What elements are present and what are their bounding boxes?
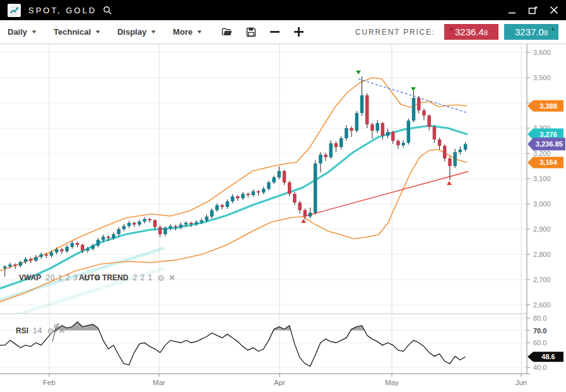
- axis-badge: 3,236.85: [528, 138, 565, 150]
- down-arrow-icon: ▼: [449, 27, 454, 32]
- candle: [417, 98, 421, 110]
- indicator-auto-trend[interactable]: AUTO TREND 2 2 1 ⚙ ✕: [79, 273, 175, 282]
- candle: [412, 98, 416, 121]
- candle: [19, 262, 22, 266]
- menu-daily[interactable]: Daily ▼: [8, 27, 37, 37]
- chevron-down-icon: ▼: [196, 29, 203, 35]
- candle: [422, 110, 426, 116]
- candle: [81, 245, 85, 251]
- bid-price-value: 3236.4: [455, 27, 484, 37]
- gear-icon[interactable]: ⚙: [157, 274, 165, 282]
- candle: [365, 95, 369, 124]
- candle: [252, 191, 256, 195]
- candle: [205, 217, 209, 220]
- svg-text:3,388: 3,388: [539, 102, 557, 110]
- candle: [138, 222, 141, 225]
- minimize-button[interactable]: [508, 6, 516, 15]
- close-button[interactable]: [550, 6, 558, 15]
- candle: [427, 116, 431, 127]
- candle: [220, 205, 224, 207]
- zoom-out-minus-icon[interactable]: [269, 27, 280, 37]
- vwap-label: VWAP: [19, 273, 41, 282]
- candle: [433, 127, 437, 140]
- candle: [55, 249, 59, 252]
- candle: [391, 132, 395, 141]
- save-icon[interactable]: [246, 27, 256, 37]
- menu-daily-label: Daily: [8, 27, 27, 37]
- candle: [107, 237, 110, 238]
- trading-app-window: SPOT, GOLD: [0, 0, 566, 392]
- up-arrow-icon: ▲: [550, 26, 555, 32]
- buy-signal-arrow: [301, 219, 306, 223]
- candle: [189, 223, 193, 224]
- rsi-tick-label: 70.0: [533, 327, 546, 335]
- window-controls: [508, 6, 558, 15]
- ask-price-frac: 8: [544, 29, 548, 37]
- month-label: Jun: [516, 379, 528, 386]
- sell-signal-arrow: [411, 87, 416, 91]
- search-icon[interactable]: [103, 6, 112, 15]
- month-label: Apr: [274, 379, 285, 386]
- indicator-rsi[interactable]: RSI 14 ⚙ ✕: [16, 326, 65, 335]
- candle: [71, 243, 74, 247]
- chevron-down-icon: ▼: [150, 29, 157, 35]
- month-label: Mar: [153, 379, 165, 386]
- candle: [350, 128, 353, 131]
- popout-button[interactable]: [528, 6, 538, 15]
- candle: [370, 124, 374, 131]
- candles: [3, 76, 467, 276]
- candle: [184, 223, 188, 225]
- candle: [329, 143, 333, 157]
- axis-badge: 3,164: [528, 157, 563, 168]
- candle: [360, 95, 364, 113]
- candle: [133, 223, 136, 225]
- candle: [168, 226, 172, 228]
- candle: [112, 234, 115, 238]
- menu-display[interactable]: Display ▼: [117, 27, 156, 37]
- svg-text:3,236.85: 3,236.85: [536, 140, 563, 148]
- zoom-in-plus-icon[interactable]: [293, 27, 304, 37]
- candle: [241, 194, 245, 198]
- candle: [438, 140, 442, 146]
- candle: [65, 247, 69, 251]
- rsi-pane: [0, 322, 466, 366]
- price-tick-label: 3,600: [533, 49, 551, 56]
- menu-display-label: Display: [117, 27, 146, 37]
- candle: [163, 228, 167, 234]
- candle: [386, 132, 390, 136]
- chart-area[interactable]: 2,6002,7002,8002,9003,0003,1003,2003,300…: [0, 44, 566, 392]
- price-chart-svg[interactable]: 2,6002,7002,8002,9003,0003,1003,2003,300…: [0, 44, 566, 392]
- toolbar: Daily ▼ Technical ▼ Display ▼ More ▼: [0, 20, 566, 44]
- close-icon[interactable]: ✕: [169, 274, 175, 282]
- menu-more[interactable]: More ▼: [173, 27, 202, 37]
- candle: [143, 219, 146, 222]
- candle: [314, 163, 317, 213]
- close-icon[interactable]: ✕: [59, 327, 65, 335]
- open-folder-icon[interactable]: [221, 27, 233, 37]
- price-tick-label: 2,700: [533, 276, 551, 283]
- buy-signal-arrow: [447, 181, 452, 185]
- candle: [122, 226, 126, 229]
- svg-text:3,276: 3,276: [539, 131, 557, 138]
- candle: [117, 229, 121, 234]
- price-tick-label: 3,200: [533, 150, 551, 157]
- candle: [298, 203, 302, 210]
- candle: [443, 146, 447, 158]
- rsi-tick-label: 80.0: [533, 314, 546, 322]
- candle: [91, 246, 95, 249]
- candle: [97, 240, 100, 246]
- rsi-tick-label: 60.0: [533, 339, 546, 347]
- menu-technical[interactable]: Technical ▼: [54, 27, 100, 37]
- rsi-tick-label: 40.0: [533, 364, 546, 371]
- candle: [396, 141, 400, 145]
- gear-icon[interactable]: ⚙: [47, 327, 54, 335]
- month-label: Feb: [43, 379, 56, 386]
- price-tick-label: 2,600: [533, 301, 551, 309]
- candle: [448, 158, 452, 166]
- auto-trend-params: 2 2 1: [133, 273, 153, 282]
- month-label: May: [385, 379, 399, 386]
- candle: [39, 254, 43, 257]
- candle: [304, 210, 307, 217]
- candle: [13, 264, 17, 266]
- candle: [179, 225, 183, 227]
